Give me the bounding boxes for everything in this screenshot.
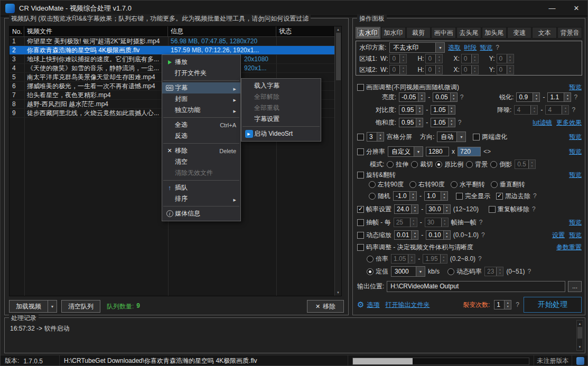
- framerate-max-spinner[interactable]: 30.0: [426, 204, 450, 214]
- direction-select[interactable]: 自动: [437, 132, 466, 142]
- scroll-down-icon[interactable]: ▼: [578, 345, 582, 349]
- contrast-max-spinner[interactable]: 1.05: [431, 105, 455, 115]
- ratio-max-spinner[interactable]: 1.95: [423, 254, 447, 264]
- region1-y-spinner[interactable]: 0: [497, 54, 514, 63]
- column-header-file[interactable]: 视频文件: [24, 26, 168, 37]
- tab-remove-watermark[interactable]: 去水印: [356, 27, 380, 39]
- grid-split-checkbox[interactable]: [357, 134, 364, 140]
- resolution-preview-link[interactable]: 预览: [569, 147, 582, 156]
- pick-region-link[interactable]: 选取: [448, 43, 461, 52]
- random-rotate-radio[interactable]: 随机: [369, 192, 390, 201]
- extract-max-spinner[interactable]: 30: [425, 218, 449, 227]
- denoise-min-spinner[interactable]: 4: [514, 105, 538, 115]
- menu-item-play[interactable]: 播放: [162, 57, 240, 68]
- open-output-folder-link[interactable]: 打开输出文件夹: [385, 301, 430, 309]
- menu-item-cover[interactable]: 封面: [162, 93, 240, 105]
- statusbar-icon[interactable]: [576, 357, 584, 365]
- watermark-preview-link[interactable]: 预览: [480, 43, 492, 52]
- load-video-button[interactable]: 加载视频: [9, 300, 48, 313]
- framerate-min-spinner[interactable]: 24.0: [394, 204, 418, 214]
- brightness-min-spinner[interactable]: -0.05: [399, 92, 425, 102]
- help-icon[interactable]: ?: [479, 219, 483, 226]
- rotate-left90-radio[interactable]: 左转90度: [369, 180, 404, 189]
- menu-item-subtitle[interactable]: CC 字幕: [162, 82, 240, 93]
- edge-blur-checkbox[interactable]: 两端虚化: [473, 133, 507, 142]
- rotate-flip-checkbox[interactable]: 旋转&翻转: [357, 171, 396, 180]
- mode-reflection-radio[interactable]: 倒影: [490, 160, 512, 169]
- fixed-bitrate-select[interactable]: 3000: [391, 266, 425, 277]
- scroll-thumb[interactable]: [336, 33, 341, 80]
- table-row-selected[interactable]: 2 你喜欢青森浩瀚的星空吗 4K极限画质.flv 157.59 MB, 07:1…: [10, 46, 341, 55]
- submenu-item-reload-all[interactable]: 全部重载: [241, 102, 321, 114]
- vertical-flip-radio[interactable]: 垂直翻转: [491, 180, 525, 189]
- resolution-width-input[interactable]: 1280: [426, 147, 449, 156]
- framerate-checkbox[interactable]: 帧率设置: [357, 205, 391, 214]
- minimize-button[interactable]: —: [540, 1, 564, 16]
- help-icon[interactable]: ?: [574, 93, 577, 101]
- scroll-up-icon[interactable]: ▲: [337, 27, 340, 32]
- rotate-right90-radio[interactable]: 右转90度: [409, 180, 444, 189]
- region1-x-spinner[interactable]: 0: [461, 54, 479, 63]
- menu-item-media-info[interactable]: i 媒体信息: [162, 208, 240, 219]
- clear-queue-button[interactable]: 清空队列: [61, 300, 100, 313]
- menu-item-open-folder[interactable]: 打开文件夹: [162, 68, 240, 79]
- region1-w-spinner[interactable]: 0: [389, 54, 407, 63]
- adjust-preview-link[interactable]: 预览: [569, 83, 582, 92]
- menu-item-sort[interactable]: 排序: [162, 193, 240, 204]
- random-min-spinner[interactable]: -1.0: [393, 191, 417, 201]
- tab-speed[interactable]: 变速: [507, 27, 532, 39]
- zoom-settings-link[interactable]: 设置: [552, 231, 565, 240]
- ratio-min-spinner[interactable]: 1.05: [391, 254, 415, 264]
- mode-stretch-radio[interactable]: 拉伸: [387, 160, 408, 169]
- duplicate-frame-remove-checkbox[interactable]: 重复帧移除: [489, 205, 529, 214]
- help-icon[interactable]: ?: [532, 205, 536, 213]
- split-count-spinner[interactable]: 1: [494, 300, 511, 309]
- menu-item-independent-functions[interactable]: 独立功能: [162, 105, 240, 116]
- tab-trim-head-tail[interactable]: 去头尾: [456, 27, 481, 39]
- menu-item-select-all[interactable]: 全选 Ctrl+A: [162, 119, 240, 130]
- black-border-remove-checkbox[interactable]: 黑边去除: [496, 192, 530, 201]
- help-icon[interactable]: ?: [533, 192, 537, 200]
- mode-original-ratio-radio[interactable]: 原比例: [435, 160, 463, 169]
- sharpen-min-spinner[interactable]: 0.9: [516, 92, 540, 102]
- zoom-preview-link[interactable]: 预览: [569, 231, 582, 240]
- resolution-height-input[interactable]: 720: [458, 147, 481, 156]
- mode-background-radio[interactable]: 背景: [466, 160, 488, 169]
- scroll-thumb[interactable]: [577, 327, 582, 339]
- bitrate-checkbox[interactable]: 码率调整 - 决定视频文件体积与清晰度: [357, 243, 473, 252]
- dynamic-bitrate-spinner[interactable]: 23: [484, 267, 503, 276]
- submenu-item-subtitle-settings[interactable]: 字幕设置: [241, 114, 321, 125]
- dynamic-zoom-checkbox[interactable]: 动态缩放: [357, 231, 391, 240]
- menu-item-clear-invalid[interactable]: 清除无效文件: [162, 167, 240, 179]
- horizontal-flip-radio[interactable]: 水平翻转: [451, 180, 485, 189]
- more-effects-link[interactable]: 更多效果: [556, 118, 582, 127]
- help-icon[interactable]: ?: [572, 106, 575, 114]
- column-header-info[interactable]: 信息: [168, 26, 276, 37]
- menu-item-remove[interactable]: ✕ 移除 Delete: [162, 145, 240, 156]
- region1-h-spinner[interactable]: 0: [425, 54, 443, 63]
- picture-adjust-checkbox[interactable]: 画面调整(不同视频画面随机微调): [357, 83, 459, 92]
- mode-crop-radio[interactable]: 裁切: [411, 160, 433, 169]
- menu-item-jump-queue[interactable]: ↑ 插队: [162, 182, 240, 193]
- table-row[interactable]: 1 仰望星空 美到极致! 银河“超清2K”延时摄影.mp4 56.98 MB, …: [10, 37, 341, 46]
- log-scrollbar[interactable]: ▲ ▼: [576, 320, 583, 351]
- brightness-max-spinner[interactable]: 0.05: [433, 92, 457, 102]
- start-processing-button[interactable]: 开始处理: [524, 297, 582, 313]
- region2-y-spinner[interactable]: 0: [497, 65, 514, 74]
- help-icon[interactable]: ?: [481, 231, 485, 239]
- submenu-item-launch-videosrt[interactable]: 启动 VideoSrt: [241, 128, 321, 139]
- tab-add-watermark[interactable]: 加水印: [381, 27, 406, 39]
- region2-x-spinner[interactable]: 0: [461, 65, 479, 74]
- tab-background-audio[interactable]: 背景音: [557, 27, 582, 39]
- column-header-no[interactable]: No.: [10, 26, 24, 37]
- help-icon[interactable]: ?: [527, 268, 531, 275]
- tab-add-head-tail[interactable]: 加头尾: [482, 27, 507, 39]
- tab-crop[interactable]: 裁剪: [406, 27, 431, 39]
- time-period-link[interactable]: 时段: [464, 43, 477, 52]
- rotate-preview-link[interactable]: 预览: [569, 171, 582, 180]
- bitrate-fixed-radio[interactable]: 定值: [367, 267, 388, 276]
- lut-filter-link[interactable]: lut滤镜: [533, 118, 552, 127]
- submenu-item-remove-all[interactable]: 全部解除: [241, 91, 321, 102]
- help-icon[interactable]: ?: [460, 93, 464, 101]
- resolution-checkbox[interactable]: 分辨率: [357, 147, 385, 156]
